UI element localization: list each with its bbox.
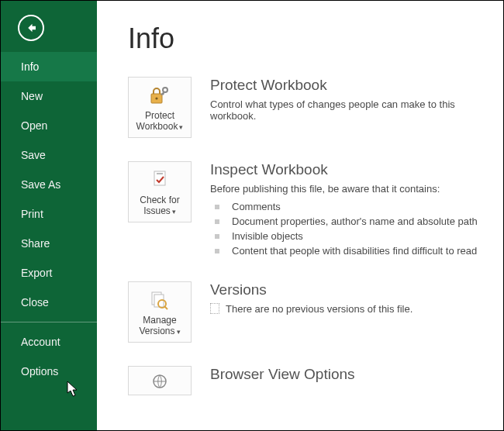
section-inspect: Check for Issues▾ Inspect Workbook Befor… — [128, 161, 503, 258]
nav-item-share[interactable]: Share — [1, 229, 97, 258]
versions-text: There are no previous versions of this f… — [226, 303, 413, 315]
tile-label: Protect Workbook — [136, 110, 178, 132]
lock-key-icon — [150, 84, 170, 107]
section-title-protect: Protect Workbook — [210, 77, 503, 94]
svg-line-8 — [164, 306, 167, 309]
section-title-browser: Browser View Options — [210, 366, 503, 383]
svg-point-2 — [163, 88, 167, 92]
check-issues-tile[interactable]: Check for Issues▾ — [128, 161, 192, 222]
globe-icon — [151, 373, 168, 390]
bullet-item: Invisible objects — [226, 229, 503, 243]
nav-item-export[interactable]: Export — [1, 258, 97, 288]
nav-separator — [1, 322, 97, 322]
chevron-down-icon: ▾ — [172, 208, 176, 216]
chevron-down-icon: ▾ — [177, 328, 181, 336]
bullet-item: Content that people with disabilities fi… — [226, 243, 503, 258]
page-title: Info — [128, 22, 503, 55]
nav-list: Info New Open Save Save As Print Share E… — [1, 52, 97, 386]
nav-item-options[interactable]: Options — [1, 357, 97, 386]
svg-point-1 — [155, 97, 157, 99]
svg-rect-4 — [157, 173, 163, 174]
section-browser: Browser View Options — [128, 366, 503, 395]
protect-workbook-tile[interactable]: Protect Workbook▾ — [128, 77, 192, 138]
browser-view-tile[interactable] — [128, 366, 192, 395]
versions-icon — [150, 288, 170, 312]
nav-item-print[interactable]: Print — [1, 199, 97, 229]
nav-item-open[interactable]: Open — [1, 111, 97, 140]
section-title-versions: Versions — [210, 281, 503, 298]
nav-item-close[interactable]: Close — [1, 288, 97, 317]
arrow-left-icon — [24, 21, 38, 35]
section-desc-protect: Control what types of changes people can… — [210, 98, 503, 122]
document-icon — [210, 303, 219, 314]
document-check-icon — [150, 168, 170, 191]
nav-item-save-as[interactable]: Save As — [1, 170, 97, 199]
bullet-item: Comments — [226, 199, 503, 214]
section-desc-inspect: Before publishing this file, be aware th… — [210, 183, 503, 195]
nav-item-account[interactable]: Account — [1, 327, 97, 357]
bullet-item: Document properties, author's name and a… — [226, 214, 503, 229]
chevron-down-icon: ▾ — [179, 123, 183, 131]
nav-item-info[interactable]: Info — [1, 52, 97, 81]
inspect-bullet-list: Comments Document properties, author's n… — [210, 199, 503, 258]
manage-versions-tile[interactable]: Manage Versions▾ — [128, 281, 192, 343]
section-versions: Manage Versions▾ Versions There are no p… — [128, 281, 503, 343]
nav-item-new[interactable]: New — [1, 81, 97, 111]
main-panel: Info Protect Workbook▾ Protect Workbook … — [97, 1, 503, 430]
section-title-inspect: Inspect Workbook — [210, 161, 503, 178]
nav-item-save[interactable]: Save — [1, 140, 97, 170]
tile-label: Manage Versions — [139, 315, 176, 336]
section-protect: Protect Workbook▾ Protect Workbook Contr… — [128, 77, 503, 138]
backstage-sidebar: Info New Open Save Save As Print Share E… — [1, 1, 97, 430]
back-button[interactable] — [18, 15, 44, 41]
